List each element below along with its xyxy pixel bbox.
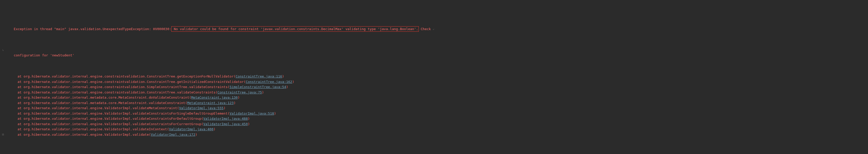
- gutter: [1, 106, 6, 111]
- paren-close: ): [223, 106, 225, 110]
- source-link[interactable]: ValidatorImpl.java:555: [179, 106, 223, 110]
- stack-frame-method: org.hibernate.validator.internal.metadat…: [24, 95, 189, 100]
- stack-frame-method: org.hibernate.validator.internal.engine.…: [24, 85, 227, 89]
- at-keyword: at: [18, 101, 24, 105]
- stack-trace-line: at org.hibernate.validator.internal.engi…: [0, 79, 868, 85]
- stack-trace-line: ⊟at org.hibernate.validator.internal.eng…: [0, 132, 868, 138]
- at-keyword: at: [18, 122, 24, 126]
- stack-trace-line: at org.hibernate.validator.internal.meta…: [0, 95, 868, 101]
- at-keyword: at: [18, 90, 24, 94]
- stack-frame-method: org.hibernate.validator.internal.engine.…: [24, 90, 215, 94]
- at-keyword: at: [18, 74, 24, 78]
- exception-continuation-line: ↳ configuration for 'newStudent': [0, 48, 868, 64]
- at-keyword: at: [18, 85, 24, 89]
- at-keyword: at: [18, 95, 24, 100]
- stack-trace-line: at org.hibernate.validator.internal.engi…: [0, 74, 868, 79]
- source-link[interactable]: MetaConstraint.java:130: [191, 95, 238, 100]
- paren-close: ): [234, 101, 236, 105]
- source-link[interactable]: MetaConstraint.java:123: [187, 101, 234, 105]
- exception-highlight-box: No validator could be found for constrai…: [171, 26, 419, 32]
- paren-open: (: [215, 90, 218, 94]
- at-keyword: at: [18, 117, 24, 120]
- stack-trace-line: at org.hibernate.validator.internal.engi…: [0, 127, 868, 132]
- paren-close: ): [292, 80, 294, 84]
- paren-open: (: [201, 122, 203, 126]
- source-link[interactable]: ConstraintTree.java:116: [236, 74, 282, 78]
- source-link[interactable]: ValidatorImpl.java:450: [203, 122, 248, 126]
- at-keyword: at: [18, 112, 24, 115]
- paren-close: ): [213, 127, 215, 131]
- source-link[interactable]: ValidatorImpl.java:172: [151, 132, 195, 137]
- stack-frame-method: org.hibernate.validator.internal.engine.…: [24, 127, 167, 131]
- soft-wrap-end-icon: ↙: [433, 27, 434, 32]
- paren-close: ): [238, 95, 240, 100]
- gutter: [1, 101, 6, 106]
- exception-highlighted-text: No validator could be found for constrai…: [172, 27, 418, 31]
- paren-close: ): [282, 74, 284, 78]
- stack-frame-method: org.hibernate.validator.internal.engine.…: [24, 106, 177, 110]
- gutter: [1, 95, 6, 101]
- paren-open: (: [167, 127, 169, 131]
- exception-prefix: Exception in thread "main" javax.validat…: [14, 27, 171, 31]
- paren-close: ): [248, 122, 250, 126]
- exception-continuation-text: configuration for 'newStudent': [14, 53, 74, 57]
- at-keyword: at: [18, 132, 24, 137]
- at-keyword: at: [18, 127, 24, 131]
- stack-trace-line: at org.hibernate.validator.internal.engi…: [0, 106, 868, 111]
- stack-frame-method: org.hibernate.validator.internal.metadat…: [24, 101, 185, 105]
- stack-trace-line: at org.hibernate.validator.internal.engi…: [0, 111, 868, 116]
- source-link[interactable]: ValidatorImpl.java:488: [203, 117, 248, 120]
- paren-open: (: [227, 112, 230, 115]
- paren-open: (: [149, 132, 151, 137]
- gutter: [1, 84, 6, 90]
- stack-frame-method: org.hibernate.validator.internal.engine.…: [24, 117, 201, 120]
- stack-frame-method: org.hibernate.validator.internal.engine.…: [24, 74, 234, 78]
- paren-open: (: [177, 106, 179, 110]
- paren-open: (: [227, 85, 230, 89]
- stack-frame-method: org.hibernate.validator.internal.engine.…: [24, 80, 244, 84]
- paren-close: ): [248, 117, 250, 120]
- stack-trace-line: at org.hibernate.validator.internal.engi…: [0, 90, 868, 95]
- stack-trace-line: at org.hibernate.validator.internal.engi…: [0, 84, 868, 90]
- gutter: [1, 116, 6, 121]
- exception-suffix: Check: [419, 27, 433, 31]
- gutter: [1, 74, 6, 79]
- gutter-blank: [1, 21, 6, 27]
- source-link[interactable]: ConstraintTree.java:162: [246, 80, 292, 84]
- gutter: [1, 111, 6, 116]
- gutter: [1, 121, 6, 127]
- gutter: [1, 90, 6, 95]
- source-link[interactable]: SimpleConstraintTree.java:54: [230, 85, 286, 89]
- paren-close: ): [262, 90, 264, 94]
- paren-close: ): [274, 112, 276, 115]
- source-link[interactable]: ValidatorImpl.java:518: [230, 112, 274, 115]
- soft-wrap-continuation-icon: ↳: [1, 48, 6, 53]
- at-keyword: at: [18, 80, 24, 84]
- source-link[interactable]: ValidatorImpl.java:400: [169, 127, 213, 131]
- exception-header-line: Exception in thread "main" javax.validat…: [0, 21, 868, 37]
- paren-close: ): [286, 85, 288, 89]
- gutter: [1, 79, 6, 85]
- stack-trace-line: at org.hibernate.validator.internal.engi…: [0, 121, 868, 127]
- stack-frame-method: org.hibernate.validator.internal.engine.…: [24, 112, 227, 115]
- paren-open: (: [201, 117, 203, 120]
- stack-trace-line: at org.hibernate.validator.internal.engi…: [0, 116, 868, 121]
- at-keyword: at: [18, 106, 24, 110]
- stack-frame-method: org.hibernate.validator.internal.engine.…: [24, 122, 201, 126]
- paren-close: ): [195, 132, 197, 137]
- paren-open: (: [189, 95, 191, 100]
- stack-frame-method: org.hibernate.validator.internal.engine.…: [24, 132, 149, 137]
- gutter: [1, 127, 6, 132]
- source-link[interactable]: ConstraintTree.java:75: [218, 90, 262, 94]
- stack-trace-line: at org.hibernate.validator.internal.meta…: [0, 101, 868, 106]
- gutter: ⊟: [1, 132, 6, 138]
